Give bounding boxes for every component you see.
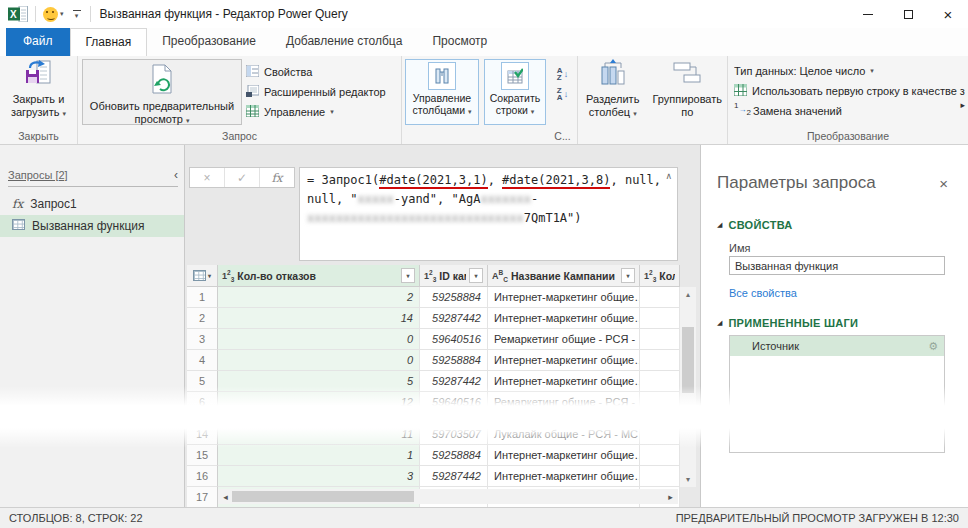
cell-14-2[interactable]: 59703507 (420, 424, 488, 445)
cell-3-1[interactable]: 0 (218, 329, 420, 350)
cell-6-4[interactable] (640, 392, 680, 413)
column-header-4[interactable]: 123Кол-в (640, 265, 680, 287)
minimize-button[interactable] (848, 0, 888, 28)
maximize-button[interactable] (888, 0, 928, 28)
column-filter-button[interactable]: ▾ (401, 268, 415, 283)
cell-3-3[interactable]: Ремаркетинг общие - РСЯ - … (488, 329, 640, 350)
row-number[interactable]: 15 (187, 445, 218, 466)
all-properties-link[interactable]: Все свойства (729, 287, 797, 299)
cell-15-4[interactable] (640, 445, 680, 466)
cell-4-4[interactable] (640, 350, 680, 371)
tab-3[interactable]: Добавление столбца (271, 28, 418, 56)
advanced-editor-button[interactable]: Расширенный редактор (246, 83, 386, 101)
cell-16-3[interactable]: Интернет-маркетинг общие… (488, 466, 640, 487)
collapse-panel-icon[interactable]: ‹ (174, 170, 178, 180)
cell-5-2[interactable]: 59287442 (420, 371, 488, 392)
cell-2-2[interactable]: 59287442 (420, 308, 488, 329)
column-header-3[interactable]: ABCНазвание Кампании▾ (488, 265, 640, 287)
cell-6-1[interactable]: 12 (218, 392, 420, 413)
queries-header-label[interactable]: Запросы [2] (8, 169, 68, 181)
cell-14-4[interactable] (640, 424, 680, 445)
cell-2-3[interactable]: Интернет-маркетинг общие… (488, 308, 640, 329)
formula-commit-button[interactable]: ✓ (225, 168, 260, 187)
column-filter-button[interactable]: ▾ (621, 268, 635, 283)
tab-2[interactable]: Преобразование (147, 28, 271, 56)
query-item-1[interactable]: fxЗапрос1 (0, 193, 184, 215)
row-number[interactable]: 14 (187, 424, 218, 445)
cell-1-2[interactable]: 59258884 (420, 287, 488, 308)
data-type-button[interactable]: Тип данных: Целое число ▾ (734, 62, 968, 79)
cell-15-2[interactable]: 59258884 (420, 445, 488, 466)
scroll-left-icon[interactable]: ◂ (218, 489, 233, 504)
qat-customize-button[interactable]: ▾ (71, 8, 83, 21)
use-first-row-button[interactable]: Использовать первую строку в качестве з (734, 82, 968, 99)
cell-5-4[interactable] (640, 371, 680, 392)
scroll-up-icon[interactable]: ▴ (680, 287, 696, 302)
cell-15-3[interactable]: Интернет-маркетинг общие… (488, 445, 640, 466)
cell-16-2[interactable]: 59287442 (420, 466, 488, 487)
cell-6-3[interactable]: Ремаркетинг общие - РСЯ - (488, 392, 640, 413)
formula-cancel-button[interactable]: × (190, 168, 225, 187)
manage-button[interactable]: Управление ▾ (246, 103, 386, 121)
applied-steps-section-header[interactable]: ◢ ПРИМЕНЕННЫЕ ШАГИ (717, 317, 858, 329)
cell-4-2[interactable]: 59258884 (420, 350, 488, 371)
query-name-input[interactable] (729, 256, 945, 275)
close-button[interactable]: × (928, 0, 968, 28)
cell-16-1[interactable]: 3 (218, 466, 420, 487)
scroll-down-icon[interactable]: ▾ (680, 472, 696, 487)
close-and-load-button[interactable]: Закрыть и загрузить ▾ (4, 59, 74, 120)
group-by-button[interactable]: Группировать по (648, 59, 726, 144)
tab-4[interactable]: Просмотр (417, 28, 502, 56)
settings-close-icon[interactable]: × (939, 175, 948, 192)
column-header-1[interactable]: 123Кол-во отказов▾ (218, 265, 420, 287)
cell-15-1[interactable]: 1 (218, 445, 420, 466)
cell-1-1[interactable]: 2 (218, 287, 420, 308)
cell-4-1[interactable]: 0 (218, 350, 420, 371)
cell-14-1[interactable]: 11 (218, 424, 420, 445)
vertical-scrollbar[interactable]: ▴ ▾ (680, 287, 696, 487)
row-number[interactable]: 6 (187, 392, 218, 413)
replace-values-button[interactable]: 1→2 Замена значений (734, 102, 968, 119)
row-number[interactable]: 5 (187, 371, 218, 392)
cell-4-3[interactable]: Интернет-маркетинг общие… (488, 350, 640, 371)
refresh-preview-button[interactable]: Обновить предварительный просмотр ▾ (82, 59, 242, 125)
row-number[interactable]: 4 (187, 350, 218, 371)
row-number[interactable]: 1 (187, 287, 218, 308)
sort-ascending-button[interactable]: AZ↓ (557, 67, 568, 81)
properties-section-header[interactable]: ◢ СВОЙСТВА (717, 219, 793, 231)
cell-3-4[interactable] (640, 329, 680, 350)
horizontal-scrollbar-thumb[interactable] (232, 491, 414, 502)
row-number[interactable]: 17 (187, 487, 218, 508)
row-number[interactable]: 16 (187, 466, 218, 487)
sort-descending-button[interactable]: ZA↓ (557, 87, 568, 101)
column-filter-button[interactable]: ▾ (469, 268, 483, 283)
cell-5-1[interactable]: 5 (218, 371, 420, 392)
split-column-button[interactable]: Разделить столбец ▾ (579, 59, 647, 144)
cell-2-1[interactable]: 14 (218, 308, 420, 329)
column-header-2[interactable]: 123ID кампании▾ (420, 265, 488, 287)
cell-3-2[interactable]: 59640516 (420, 329, 488, 350)
scroll-right-icon[interactable]: ▸ (663, 489, 678, 504)
step-item-1[interactable]: Источник⚙ (730, 336, 944, 356)
cell-14-3[interactable]: Лукалайк общие - РСЯ - МС… (488, 424, 640, 445)
table-select-all-button[interactable]: ▾ (187, 265, 218, 287)
tab-1[interactable]: Главная (70, 28, 148, 56)
ribbon-overflow-icon[interactable]: ▸ (960, 100, 965, 110)
vertical-scrollbar-thumb[interactable] (682, 327, 694, 393)
cell-1-3[interactable]: Интернет-маркетинг общие… (488, 287, 640, 308)
row-number[interactable]: 2 (187, 308, 218, 329)
row-number[interactable]: 3 (187, 329, 218, 350)
reduce-rows-button[interactable]: Сократить строки ▾ (484, 59, 546, 125)
cell-1-4[interactable] (640, 287, 680, 308)
cell-2-4[interactable] (640, 308, 680, 329)
cell-6-2[interactable]: 59640516 (420, 392, 488, 413)
tab-file[interactable]: Файл (6, 28, 70, 56)
properties-button[interactable]: Свойства (246, 63, 386, 81)
gear-icon[interactable]: ⚙ (928, 340, 938, 353)
query-item-2[interactable]: Вызванная функция (0, 215, 184, 237)
cell-16-4[interactable] (640, 466, 680, 487)
feedback-smiley-button[interactable]: ▾ (43, 7, 64, 22)
formula-collapse-icon[interactable]: ∧ (665, 171, 672, 181)
cell-5-3[interactable]: Интернет-маркетинг общие… (488, 371, 640, 392)
formula-bar[interactable]: = Запрос1(#date(2021,3,1), #date(2021,3,… (299, 167, 678, 261)
